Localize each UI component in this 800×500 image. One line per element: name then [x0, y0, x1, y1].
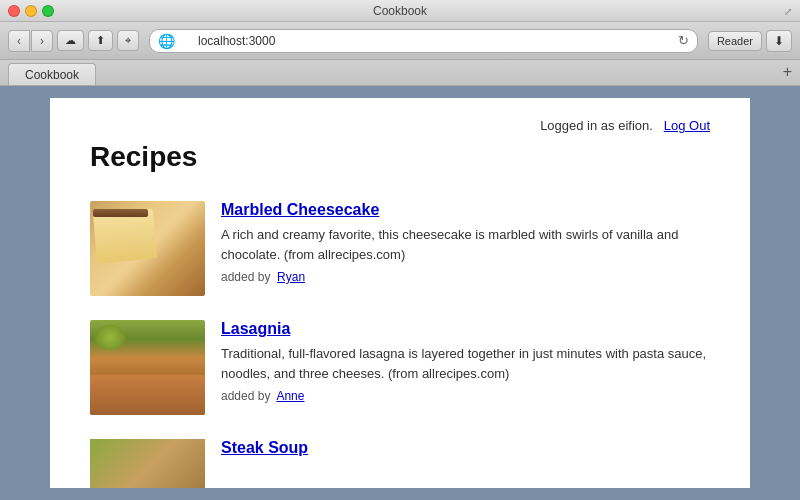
recipe-added: added by Ryan [221, 270, 710, 284]
logout-link[interactable]: Log Out [664, 118, 710, 133]
refresh-icon[interactable]: ↻ [678, 33, 689, 48]
recipe-description: Traditional, full-flavored lasagna is la… [221, 344, 710, 383]
browser-content: Logged in as eifion. Log Out Recipes Mar… [0, 86, 800, 500]
resize-icon: ⤢ [784, 6, 792, 17]
add-tab-button[interactable]: + [783, 63, 792, 81]
window-title: Cookbook [373, 4, 427, 18]
address-bar[interactable]: 🌐 localhost:3000 ↻ [149, 29, 698, 53]
recipe-info-steak: Steak Soup [221, 439, 308, 457]
reader-button[interactable]: Reader [708, 31, 762, 51]
window-controls-right: ⤢ [784, 3, 792, 18]
recipe-info: Lasagnia Traditional, full-flavored lasa… [221, 320, 710, 403]
login-text: Logged in as eifion. [540, 118, 653, 133]
share-button[interactable]: ⬆ [88, 30, 113, 51]
recipe-title-steak-soup[interactable]: Steak Soup [221, 439, 308, 456]
tab-bar: Cookbook + [0, 60, 800, 86]
recipe-author-anne[interactable]: Anne [276, 389, 304, 403]
recipe-item-steak-soup: Steak Soup [90, 427, 710, 488]
bookmarks-button[interactable]: ☁ [57, 30, 84, 51]
toolbar: ‹ › ☁ ⬆ ⌖ 🌐 localhost:3000 ↻ Reader ⬇ [0, 22, 800, 60]
address-bar-container: 🌐 localhost:3000 ↻ [149, 29, 698, 53]
close-button[interactable] [8, 5, 20, 17]
page-title: Recipes [90, 141, 710, 173]
forward-button[interactable]: › [31, 30, 53, 52]
maximize-button[interactable] [42, 5, 54, 17]
page-header: Logged in as eifion. Log Out [90, 118, 710, 133]
recipe-title-lasagnia[interactable]: Lasagnia [221, 320, 710, 338]
title-bar: Cookbook ⤢ [0, 0, 800, 22]
tab-title: Cookbook [25, 68, 79, 82]
traffic-lights[interactable] [8, 5, 54, 17]
recipe-title-marbled-cheesecake[interactable]: Marbled Cheesecake [221, 201, 710, 219]
minimize-button[interactable] [25, 5, 37, 17]
recipe-description: A rich and creamy favorite, this cheesec… [221, 225, 710, 264]
recipe-author-ryan[interactable]: Ryan [277, 270, 305, 284]
globe-icon: 🌐 [158, 33, 175, 49]
download-button[interactable]: ⬇ [766, 30, 792, 52]
recipe-image-cheesecake [90, 201, 205, 296]
page-content: Logged in as eifion. Log Out Recipes Mar… [50, 98, 750, 488]
recipe-info: Marbled Cheesecake A rich and creamy fav… [221, 201, 710, 284]
recipe-image-lasagna [90, 320, 205, 415]
cheesecake-img [90, 201, 205, 296]
recipe-item: Lasagnia Traditional, full-flavored lasa… [90, 308, 710, 427]
lasagna-img [90, 320, 205, 415]
recipe-desc-text: Traditional, full-flavored lasagna is la… [221, 346, 706, 381]
recipe-item: Marbled Cheesecake A rich and creamy fav… [90, 189, 710, 308]
recipe-image-steak-soup [90, 439, 205, 488]
added-by-prefix: added by [221, 270, 270, 284]
pin-button[interactable]: ⌖ [117, 30, 139, 51]
url-text: localhost:3000 [198, 34, 275, 48]
nav-arrows: ‹ › [8, 30, 53, 52]
active-tab[interactable]: Cookbook [8, 63, 96, 85]
recipe-added: added by Anne [221, 389, 710, 403]
back-button[interactable]: ‹ [8, 30, 30, 52]
login-info: Logged in as eifion. Log Out [540, 118, 710, 133]
recipe-list: Marbled Cheesecake A rich and creamy fav… [90, 189, 710, 488]
added-by-prefix: added by [221, 389, 270, 403]
